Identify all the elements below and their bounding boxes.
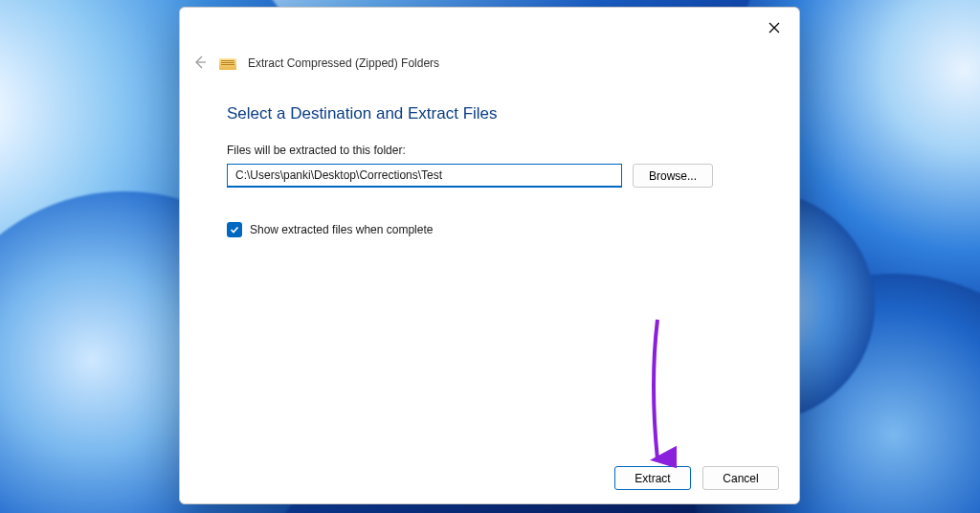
back-arrow-icon xyxy=(192,55,208,72)
show-files-checkbox-row[interactable]: Show extracted files when complete xyxy=(227,222,433,237)
dialog-header: Extract Compressed (Zipped) Folders xyxy=(192,55,439,72)
close-button[interactable] xyxy=(763,17,786,40)
checkbox-checked-icon[interactable] xyxy=(227,222,242,237)
browse-button[interactable]: Browse... xyxy=(633,164,713,188)
dialog-heading: Select a Destination and Extract Files xyxy=(227,104,498,123)
close-icon xyxy=(768,21,780,36)
destination-path-input[interactable] xyxy=(227,164,622,188)
zipped-folder-icon xyxy=(219,56,236,70)
checkbox-label: Show extracted files when complete xyxy=(250,223,433,236)
extract-button[interactable]: Extract xyxy=(614,466,691,490)
destination-label: Files will be extracted to this folder: xyxy=(227,144,406,157)
extract-dialog: Extract Compressed (Zipped) Folders Sele… xyxy=(179,7,800,504)
back-button[interactable] xyxy=(192,55,208,72)
cancel-button[interactable]: Cancel xyxy=(702,466,779,490)
dialog-title: Extract Compressed (Zipped) Folders xyxy=(248,56,439,70)
